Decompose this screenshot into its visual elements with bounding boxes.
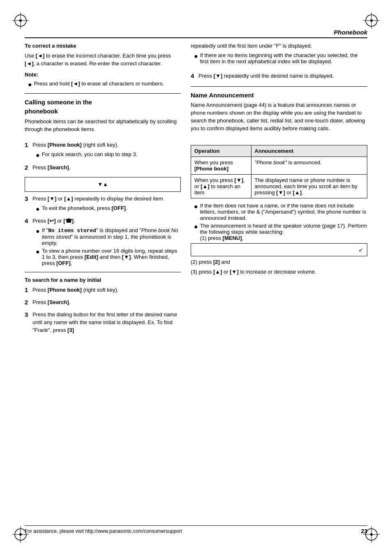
right-step-4-text: Press [▼] repeatedly until the desired n… [198, 72, 367, 80]
correct-mistake-section: To correct a mistake Use [◄] to erase th… [25, 42, 181, 89]
bullet-icon: ● [36, 151, 40, 160]
step-1-bullet: ● For quick search, you can skip to step… [32, 151, 181, 160]
table-row-2-operation: When you press [▼], or [▲] to search an … [191, 174, 251, 198]
note-bullet-item: ● Press and hold [◄] to erase all charac… [25, 81, 181, 89]
search-by-initial-section: To search for a name by initial 1 Press … [25, 276, 181, 336]
search-continued: repeatedly until the first item under "F… [191, 42, 367, 64]
name-announcement-heading: Name Announcement [191, 91, 367, 100]
step-4-text: Press [↩] or [☎]. [32, 217, 181, 225]
step-2-content: Press [Search]. [32, 164, 181, 174]
bullet-icon: ● [194, 203, 198, 221]
search-step-3-content: Press the dialing button for the first l… [32, 311, 181, 336]
step-3-num: 3 [25, 195, 30, 215]
bullet-icon: ● [36, 248, 40, 266]
steps-continued-3: (3) press [▲] or [▼] to increase or decr… [191, 268, 367, 276]
step-1-num: 1 [25, 141, 30, 161]
table-row-1: When you press [Phone book] "Phone book"… [191, 157, 367, 174]
announcement-table: Operation Announcement When you press [P… [191, 145, 367, 198]
step-4-bullet-1-text: If "No items stored" is displayed and "P… [42, 227, 181, 246]
announcement-bullet-1: ● If the item does not have a name, or i… [191, 203, 367, 221]
step-1-content: Press [Phone book] (right soft key). ● F… [32, 141, 181, 161]
step-3-text: Press [▼] or [▲] repeatedly to display t… [32, 195, 181, 203]
step-3-bullet: ● To exit the phonebook, press [OFF]. [32, 205, 181, 214]
right-column: repeatedly until the first item under "F… [191, 42, 367, 339]
footer-text: For assistance, please visit http://www.… [25, 528, 182, 534]
menu-display-symbol: ↙ [359, 247, 363, 253]
search-step-1-text: Press [Phone book] (right soft key). [32, 286, 181, 294]
left-column: To correct a mistake Use [◄] to erase th… [25, 42, 181, 339]
table-row-1-operation: When you press [Phone book] [191, 157, 251, 174]
divider-2 [25, 272, 181, 272]
step-2-num: 2 [25, 164, 30, 174]
search-step-2-content: Press [Search]. [32, 299, 181, 309]
search-step-3: 3 Press the dialing button for the first… [25, 311, 181, 336]
page-header: Phonebook [25, 29, 367, 38]
table-row-1-announcement: "Phone book" is announced. [251, 157, 367, 174]
display-box-1: ▼▲ [25, 177, 181, 192]
correct-mistake-heading: To correct a mistake [25, 42, 181, 50]
step-4-num: 4 [25, 217, 30, 268]
page-title: Phonebook [334, 29, 367, 36]
calling-phonebook-intro: Phonebook items can be searched for alph… [25, 118, 181, 134]
step-4-content: Press [↩] or [☎]. ● If "No items stored"… [32, 217, 181, 268]
bullet-icon: ● [36, 227, 40, 246]
page-number: 23 [361, 528, 367, 534]
step-2: 2 Press [Search]. [25, 164, 181, 174]
name-announcement-intro: Name Announcement (page 44) is a feature… [191, 101, 367, 132]
search-step-3-text: Press the dialing button for the first l… [32, 311, 181, 334]
search-step-2-text: Press [Search]. [32, 299, 181, 306]
step-1-text: Press [Phone book] (right soft key). [32, 141, 181, 149]
divider-3 [191, 86, 367, 87]
right-step-4-num: 4 [191, 72, 196, 82]
table-row-2: When you press [▼], or [▲] to search an … [191, 174, 367, 198]
step-2-text: Press [Search]. [32, 164, 181, 172]
correct-mistake-body: Use [◄] to erase the incorrect character… [25, 52, 181, 68]
main-content: To correct a mistake Use [◄] to erase th… [25, 42, 367, 339]
search-step-2-num: 2 [25, 299, 30, 309]
search-continued-bullet: ● If there are no items beginning with t… [191, 52, 367, 64]
right-step-4: 4 Press [▼] repeatedly until the desired… [191, 72, 367, 82]
table-row-2-announcement: The displayed name or phone number is an… [251, 174, 367, 198]
step-4-bullet-2-text: To view a phone number over 16 digits lo… [42, 248, 181, 266]
search-step-3-num: 3 [25, 311, 30, 336]
note-heading: Note: [25, 71, 181, 79]
step-1-bullet-text: For quick search, you can skip to step 3… [42, 151, 138, 160]
step-1: 1 Press [Phone book] (right soft key). ●… [25, 141, 181, 161]
search-continued-bullet-text: If there are no items beginning with the… [200, 52, 367, 64]
step-4-bullet-2: ● To view a phone number over 16 digits … [32, 248, 181, 266]
search-step-2: 2 Press [Search]. [25, 299, 181, 309]
bullet-icon: ● [36, 205, 40, 214]
divider-1 [25, 93, 181, 94]
step-3: 3 Press [▼] or [▲] repeatedly to display… [25, 195, 181, 215]
right-step-4-content: Press [▼] repeatedly until the desired n… [198, 72, 367, 82]
search-step-1-num: 1 [25, 286, 30, 296]
calling-phonebook-heading: Calling someone in thephonebook [25, 98, 181, 116]
step-4: 4 Press [↩] or [☎]. ● If "No items store… [25, 217, 181, 268]
bullet-icon: ● [28, 81, 32, 89]
calling-phonebook-section: Calling someone in thephonebook Phoneboo… [25, 98, 181, 268]
page-footer: For assistance, please visit http://www.… [25, 525, 367, 534]
name-announcement-section: Name Announcement Name Announcement (pag… [191, 91, 367, 276]
step-3-bullet-text: To exit the phonebook, press [OFF]. [42, 205, 127, 214]
search-step-1: 1 Press [Phone book] (right soft key). [25, 286, 181, 296]
note-bullet-text: Press and hold [◄] to erase all characte… [34, 81, 164, 89]
announcement-bullet-1-text: If the item does not have a name, or if … [200, 203, 367, 221]
step-4-bullet-1: ● If "No items stored" is displayed and … [32, 227, 181, 246]
table-header-announcement: Announcement [251, 145, 367, 157]
note-section: Note: ● Press and hold [◄] to erase all … [25, 71, 181, 90]
announcement-bullet-2: ● The announcement is heard at the speak… [191, 223, 367, 241]
search-step-1-content: Press [Phone book] (right soft key). [32, 286, 181, 296]
search-by-initial-heading: To search for a name by initial [25, 276, 181, 284]
search-continued-text: repeatedly until the first item under "F… [191, 42, 367, 50]
bullet-icon: ● [194, 223, 198, 241]
menu-display-box: ↙ [191, 243, 367, 256]
steps-continued-2: (2) press [2] and [191, 258, 367, 266]
display-symbol-1: ▼▲ [97, 181, 108, 187]
step-3-content: Press [▼] or [▲] repeatedly to display t… [32, 195, 181, 215]
table-header-operation: Operation [191, 145, 251, 157]
bullet-icon: ● [194, 52, 198, 64]
announcement-bullet-2-text: The announcement is heard at the speaker… [200, 223, 367, 241]
